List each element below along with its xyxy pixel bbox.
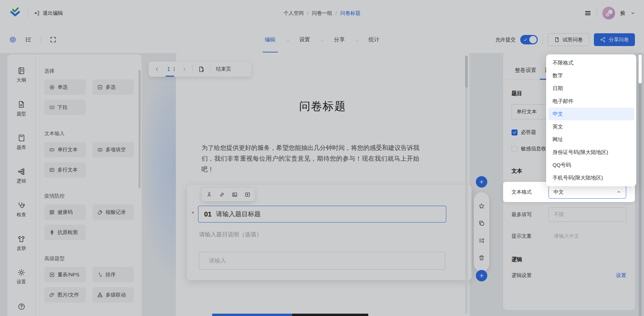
survey-editor-app: 退出编辑 个人空间/问卷一组/问卷标题 捡 编辑→设置→分享→统计 允许提交 xyxy=(0,0,644,316)
page-scrollbar-thumb[interactable] xyxy=(639,54,642,83)
dropdown-option[interactable]: 英文 xyxy=(548,120,634,133)
text-format-label: 文本格式 xyxy=(512,189,548,195)
text-format-dropdown: 不限格式数字日期电子邮件中文英文网址身份证号码(限大陆地区)QQ号码手机号码(限… xyxy=(546,54,636,186)
dropdown-option[interactable]: 日期 xyxy=(548,82,634,95)
dropdown-option[interactable]: 网址 xyxy=(548,133,634,146)
dropdown-option[interactable]: 身份证号码(限大陆地区) xyxy=(548,146,634,159)
dropdown-option[interactable]: 数字 xyxy=(548,69,634,82)
chevron-up-icon xyxy=(616,190,621,194)
text-format-select[interactable]: 中文 xyxy=(548,185,626,199)
dropdown-option[interactable]: 电子邮件 xyxy=(548,95,634,108)
text-format-value: 中文 xyxy=(554,189,564,195)
dropdown-option[interactable]: QQ号码 xyxy=(548,159,634,171)
dropdown-option[interactable]: 不限格式 xyxy=(548,56,634,69)
dropdown-option-selected[interactable]: 中文 xyxy=(548,108,634,120)
dropdown-option[interactable]: 手机号码(限大陆地区) xyxy=(548,171,634,184)
